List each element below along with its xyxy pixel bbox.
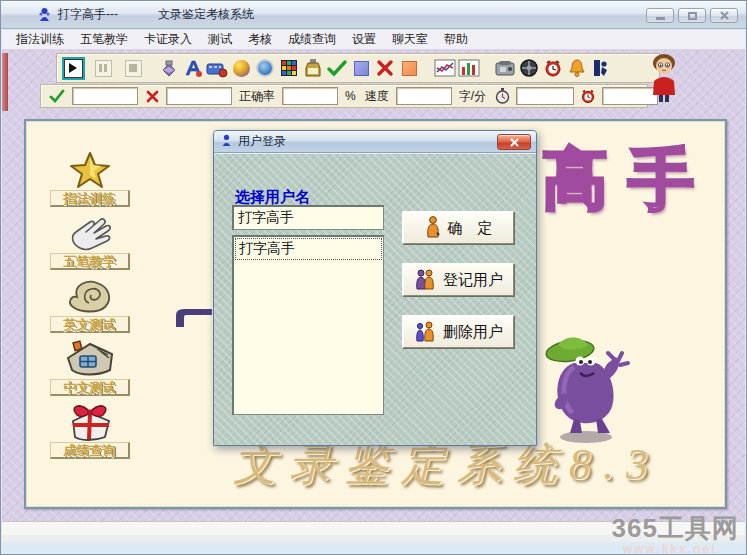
boy-avatar bbox=[648, 53, 680, 103]
keyboard-icon[interactable] bbox=[205, 56, 229, 80]
wheel-icon[interactable] bbox=[517, 56, 541, 80]
close-button[interactable] bbox=[710, 8, 738, 23]
rubik-cube-icon[interactable] bbox=[277, 56, 301, 80]
watermark-url: www.kkx.net bbox=[623, 542, 717, 555]
register-button-label: 登记用户 bbox=[443, 271, 503, 290]
accuracy-label: 正确率 bbox=[237, 88, 277, 105]
accuracy-field bbox=[282, 87, 338, 105]
login-dialog: 用户登录 选择用户名 打字高手 确 定 bbox=[213, 130, 537, 446]
menu-item-score-query[interactable]: 成绩查询 bbox=[280, 29, 344, 50]
titlebar[interactable]: 打字高手---文录鉴定考核系统 bbox=[1, 1, 746, 29]
window-controls bbox=[646, 8, 738, 23]
globe-cd-icon[interactable] bbox=[253, 56, 277, 80]
register-user-button[interactable]: 登记用户 bbox=[402, 263, 514, 296]
percent-sign: % bbox=[343, 89, 358, 103]
toolbar-grip bbox=[2, 53, 8, 111]
ink-bottle-icon[interactable] bbox=[301, 56, 325, 80]
sidebar: 指法训练 五笔教学 英文测试 bbox=[50, 151, 136, 466]
delete-user-button[interactable]: 删除用户 bbox=[402, 315, 514, 348]
sidebar-item-score-query[interactable]: 成绩查询 bbox=[50, 403, 130, 459]
wrong-count-icon bbox=[143, 87, 161, 105]
alarm-clock-icon[interactable] bbox=[541, 56, 565, 80]
menu-item-settings[interactable]: 设置 bbox=[344, 29, 384, 50]
check-icon[interactable] bbox=[325, 56, 349, 80]
wrong-count-field bbox=[166, 87, 232, 105]
ok-button[interactable]: 确 定 bbox=[402, 211, 514, 244]
menu-item-wubi-teaching[interactable]: 五笔教学 bbox=[72, 29, 136, 50]
sidebar-label: 指法训练 bbox=[50, 190, 130, 207]
maximize-icon bbox=[688, 12, 697, 20]
minimize-button[interactable] bbox=[646, 8, 674, 23]
phone-icon[interactable] bbox=[493, 56, 517, 80]
window-title-app: 打字高手--- bbox=[58, 7, 118, 21]
shell-icon bbox=[50, 277, 130, 315]
red-x-icon[interactable] bbox=[373, 56, 397, 80]
statusbar: 365工具网 www.kkx.net bbox=[2, 521, 745, 554]
app-window: 打字高手---文录鉴定考核系统 指法训练 五笔教学 卡证录入 测试 考核 成绩查… bbox=[0, 0, 747, 555]
sidebar-item-finger-training[interactable]: 指法训练 bbox=[50, 151, 130, 207]
delete-users-icon bbox=[414, 320, 436, 345]
speed-label: 速度 bbox=[363, 88, 391, 105]
window-title-system: 文录鉴定考核系统 bbox=[158, 7, 254, 21]
ok-user-icon bbox=[425, 216, 441, 241]
exit-icon[interactable] bbox=[589, 56, 613, 80]
dialog-close-button[interactable] bbox=[497, 134, 531, 150]
pause-icon[interactable] bbox=[91, 56, 115, 80]
dialog-title: 用户登录 bbox=[238, 133, 286, 150]
hand-icon bbox=[50, 214, 130, 252]
play-icon[interactable] bbox=[61, 56, 85, 80]
elapsed-time-field bbox=[516, 87, 574, 105]
sidebar-item-english-test[interactable]: 英文测试 bbox=[50, 277, 130, 333]
big-title: 高手 bbox=[542, 135, 714, 225]
correct-count-icon bbox=[47, 86, 67, 106]
font-icon[interactable] bbox=[181, 56, 205, 80]
menu-item-test[interactable]: 测试 bbox=[200, 29, 240, 50]
bar-chart-icon[interactable] bbox=[457, 56, 481, 80]
stop-icon[interactable] bbox=[121, 56, 145, 80]
setup-icon[interactable] bbox=[157, 56, 181, 80]
app-icon bbox=[37, 7, 52, 22]
stats-bar: 正确率 % 速度 字/分 bbox=[40, 84, 648, 108]
blue-card-icon[interactable] bbox=[349, 56, 373, 80]
speed-unit-label: 字/分 bbox=[457, 88, 488, 105]
star-icon bbox=[50, 151, 130, 189]
sidebar-item-chinese-test[interactable]: 中文测试 bbox=[50, 340, 130, 396]
watermark-text: 365工具网 bbox=[612, 511, 739, 546]
sidebar-item-wubi-teaching[interactable]: 五笔教学 bbox=[50, 214, 130, 270]
bell-icon[interactable] bbox=[565, 56, 589, 80]
dialog-titlebar[interactable]: 用户登录 bbox=[214, 131, 536, 153]
sidebar-label: 中文测试 bbox=[50, 379, 130, 396]
menu-item-finger-training[interactable]: 指法训练 bbox=[8, 29, 72, 50]
username-input[interactable] bbox=[232, 205, 384, 230]
menu-item-chatroom[interactable]: 聊天室 bbox=[384, 29, 436, 50]
username-listbox[interactable]: 打字高手 bbox=[232, 235, 384, 415]
window-title: 打字高手---文录鉴定考核系统 bbox=[58, 6, 254, 23]
speed-field bbox=[396, 87, 452, 105]
stopwatch-icon bbox=[493, 87, 511, 105]
minimize-icon bbox=[656, 17, 665, 20]
correct-count-field bbox=[72, 87, 138, 105]
menu-item-card-entry[interactable]: 卡证录入 bbox=[136, 29, 200, 50]
orange-card-icon[interactable] bbox=[397, 56, 421, 80]
menu-item-assessment[interactable]: 考核 bbox=[240, 29, 280, 50]
main-toolbar bbox=[56, 53, 660, 83]
user-ball-icon[interactable] bbox=[229, 56, 253, 80]
username-list-item[interactable]: 打字高手 bbox=[235, 238, 382, 260]
register-users-icon bbox=[414, 268, 436, 293]
house-icon bbox=[50, 340, 130, 378]
delete-button-label: 删除用户 bbox=[443, 323, 503, 342]
dialog-close-icon bbox=[510, 138, 519, 147]
gift-icon bbox=[50, 403, 130, 441]
maximize-button[interactable] bbox=[678, 8, 706, 23]
sidebar-label: 五笔教学 bbox=[50, 253, 130, 270]
dialog-body: 选择用户名 打字高手 确 定 登 bbox=[214, 153, 536, 445]
ok-button-label: 确 定 bbox=[448, 219, 493, 238]
menu-item-help[interactable]: 帮助 bbox=[436, 29, 476, 50]
line-chart-icon[interactable] bbox=[433, 56, 457, 80]
menubar: 指法训练 五笔教学 卡证录入 测试 考核 成绩查询 设置 聊天室 帮助 bbox=[2, 30, 745, 50]
close-icon bbox=[720, 11, 729, 20]
hidden-glyph-fragment bbox=[172, 303, 214, 336]
sidebar-label: 成绩查询 bbox=[50, 442, 130, 459]
sidebar-label: 英文测试 bbox=[50, 316, 130, 333]
eggplant-mascot bbox=[544, 333, 630, 451]
